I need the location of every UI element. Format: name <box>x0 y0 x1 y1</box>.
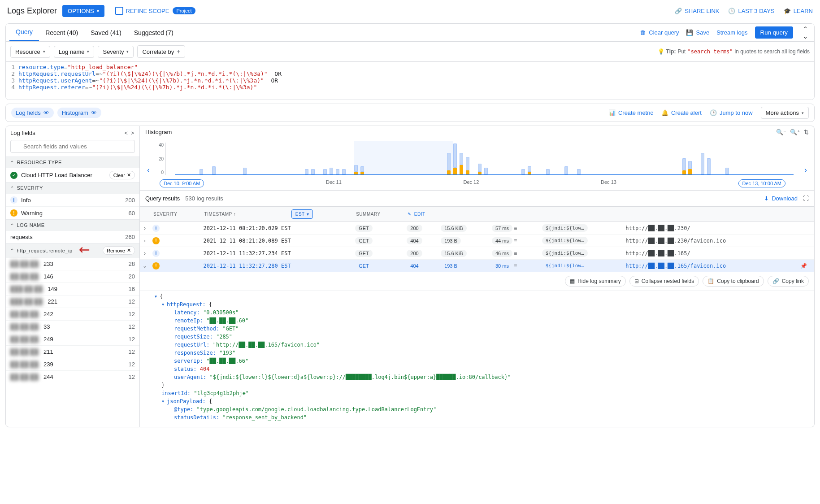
tip-text: 💡 Tip: Put "search terms" in quotes to s… <box>658 48 810 55</box>
remote-ip-row[interactable]: ███.██.██.22112 <box>6 295 139 308</box>
clear-query-button[interactable]: 🗑Clear query <box>639 29 679 36</box>
copy-link-button[interactable]: 🔗Copy link <box>768 276 809 287</box>
bell-icon: 🔔 <box>661 109 668 116</box>
hist-start-pill[interactable]: Dec 10, 9:00 AM <box>160 179 204 187</box>
expand-row-button[interactable]: ⌄ <box>140 260 150 272</box>
bulb-icon: 💡 <box>658 48 664 55</box>
hist-end-pill[interactable]: Dec 13, 10:00 AM <box>738 179 785 187</box>
remote-ip-row[interactable]: ██.██.██.3312 <box>6 320 139 333</box>
scope-project-pill[interactable]: Project <box>173 7 195 14</box>
timezone-dropdown[interactable]: EST ▾ <box>291 209 313 219</box>
info-icon: i <box>152 250 160 257</box>
severity-info-row[interactable]: iInfo 200 <box>6 193 139 206</box>
tabs-actions: 🗑Clear query 💾Save Stream logs Run query… <box>639 26 811 40</box>
run-query-button[interactable]: Run query <box>755 26 794 39</box>
severity-warning-row[interactable]: !Warning 60 <box>6 206 139 219</box>
link-icon: 🔗 <box>772 278 779 284</box>
create-metric-button[interactable]: 📊Create metric <box>608 109 653 116</box>
edit-summary-button[interactable]: ✎EDIT <box>408 212 425 217</box>
tab-saved[interactable]: Saved (41) <box>84 24 127 41</box>
expanded-toolbar: ▦Hide log summary ⊟Collapse nested field… <box>140 272 814 291</box>
view-actions-bar: Log fields👁 Histogram👁 📊Create metric 🔔C… <box>5 104 815 122</box>
zoom-out-icon[interactable]: 🔍⁻ <box>776 129 786 135</box>
remove-field-button[interactable]: Remove✕ <box>103 246 135 255</box>
table-row[interactable]: ⌄!2021-12-11 11:32:27.280 ESTGET404193 B… <box>140 260 814 272</box>
refine-scope-button[interactable]: REFINE SCOPE <box>115 7 169 15</box>
overflow-menu-button[interactable]: ⌃⌄ <box>800 26 811 40</box>
field-search-wrap: ☰ <box>6 140 139 156</box>
tab-recent[interactable]: Recent (40) <box>39 24 84 41</box>
align-icon: ≡ <box>514 250 517 256</box>
align-icon: ≡ <box>514 225 517 231</box>
hist-prev-button[interactable]: ‹ <box>145 165 152 175</box>
stream-logs-button[interactable]: Stream logs <box>716 29 747 36</box>
save-button[interactable]: 💾Save <box>686 29 709 36</box>
resource-dropdown[interactable]: Resource <box>10 46 50 58</box>
create-alert-button[interactable]: 🔔Create alert <box>661 109 702 116</box>
field-search-input[interactable] <box>10 140 135 153</box>
severity-dropdown[interactable]: Severity <box>98 46 134 58</box>
more-actions-button[interactable]: More actions <box>761 107 809 119</box>
remote-ip-header[interactable]: ⌃http_request.remote_ip Remove✕ <box>6 243 139 257</box>
align-icon: ≡ <box>514 263 517 269</box>
remote-ip-row[interactable]: ██.██.██.24412 <box>6 370 139 383</box>
time-range-label: LAST 3 DAYS <box>738 8 774 14</box>
log-name-header[interactable]: ⌃LOG NAME <box>6 219 139 230</box>
expand-row-button[interactable]: › <box>140 235 150 247</box>
copy-clipboard-button[interactable]: 📋Copy to clipboard <box>703 276 764 287</box>
share-link-button[interactable]: 🔗 SHARE LINK <box>675 7 719 14</box>
histogram-chart[interactable] <box>175 143 794 175</box>
remote-ip-row[interactable]: ██.██.██.24912 <box>6 333 139 345</box>
query-tabs: Query Recent (40) Saved (41) Suggested (… <box>6 24 814 42</box>
jump-to-now-button[interactable]: 🕒Jump to now <box>710 109 753 116</box>
log-fields-panel: Log fields < > ☰ ⌃RESOURCE TYPE ✓Cloud H… <box>5 126 140 427</box>
table-row[interactable]: ›i2021-12-11 11:32:27.234 ESTGET20015.6 … <box>140 247 814 260</box>
log-name-dropdown[interactable]: Log name <box>54 46 95 58</box>
zoom-in-icon[interactable]: 🔍⁺ <box>790 129 800 135</box>
remote-ip-row[interactable]: ██.██.██.14620 <box>6 270 139 282</box>
sort-up-icon[interactable]: ↑ <box>234 212 236 217</box>
page-title: Logs Explorer <box>7 6 57 16</box>
pin-icon[interactable]: 📌 <box>800 263 807 269</box>
collapse-fields-button[interactable]: ⊟Collapse nested fields <box>629 276 699 287</box>
remote-ip-row[interactable]: ██.██.██.21112 <box>6 345 139 358</box>
table-row[interactable]: ›i2021-12-11 08:21:20.029 ESTGET20015.6 … <box>140 222 814 235</box>
tab-suggested[interactable]: Suggested (7) <box>128 24 180 41</box>
remote-ip-row[interactable]: ███.██.██.14916 <box>6 282 139 295</box>
topbar-right: 🔗 SHARE LINK 🕒 LAST 3 DAYS 🎓 LEARN <box>675 7 813 14</box>
severity-header[interactable]: ⌃SEVERITY <box>6 182 139 193</box>
hist-next-button[interactable]: › <box>803 165 809 175</box>
learn-button[interactable]: 🎓 LEARN <box>784 7 813 14</box>
expand-row-button[interactable]: › <box>140 222 150 235</box>
correlate-by-dropdown[interactable]: Correlate by <box>137 45 185 58</box>
resource-type-header[interactable]: ⌃RESOURCE TYPE <box>6 156 139 168</box>
align-icon: ≡ <box>514 238 517 244</box>
tab-query[interactable]: Query <box>9 24 39 41</box>
clear-resource-button[interactable]: Clear✕ <box>109 171 135 179</box>
expand-icon[interactable]: ⇅ <box>804 129 809 135</box>
log-name-requests-row[interactable]: requests 260 <box>6 230 139 243</box>
options-button[interactable]: OPTIONS <box>62 5 104 17</box>
remote-ip-row[interactable]: ██.██.██.23912 <box>6 358 139 370</box>
time-range-button[interactable]: 🕒 LAST 3 DAYS <box>728 7 774 14</box>
metric-icon: 📊 <box>608 109 616 116</box>
log-fields-chip[interactable]: Log fields👁 <box>11 108 54 118</box>
table-row[interactable]: ›!2021-12-11 08:21:20.089 ESTGET404193 B… <box>140 235 814 247</box>
resource-type-item[interactable]: ✓Cloud HTTP Load Balancer Clear✕ <box>6 168 139 182</box>
panel-nav-icon[interactable]: < > <box>125 130 135 136</box>
link-icon: 🔗 <box>675 7 682 14</box>
remote-ip-row[interactable]: ██.██.██.24212 <box>6 308 139 320</box>
trash-icon: 🗑 <box>639 29 646 36</box>
actions-right: 📊Create metric 🔔Create alert 🕒Jump to no… <box>608 107 809 119</box>
hide-summary-button[interactable]: ▦Hide log summary <box>565 276 626 287</box>
fullscreen-icon[interactable]: ⛶ <box>803 195 809 202</box>
filter-chips-row: Resource Log name Severity Correlate by … <box>6 42 814 62</box>
query-editor[interactable]: 1resource.type="http_load_balancer"2http… <box>6 62 814 100</box>
download-button[interactable]: ⬇Download <box>764 195 798 202</box>
collapse-icon: ⊟ <box>634 278 639 284</box>
histogram-chip[interactable]: Histogram👁 <box>57 108 101 118</box>
remote-ip-row[interactable]: ██.██.██.23328 <box>6 257 139 270</box>
clock-icon: 🕒 <box>728 7 735 14</box>
topbar: Logs Explorer OPTIONS REFINE SCOPE Proje… <box>0 0 820 22</box>
expand-row-button[interactable]: › <box>140 247 150 260</box>
